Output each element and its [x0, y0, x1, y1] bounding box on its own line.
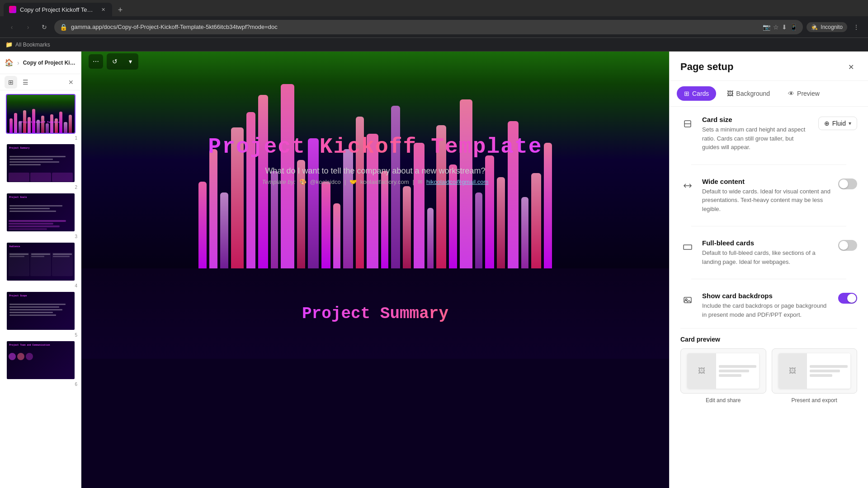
- slide1-title: Project Kickoff Template: [208, 135, 542, 159]
- redo-action-button[interactable]: ▾: [123, 54, 137, 69]
- divider-1: [691, 164, 846, 165]
- tab-favicon: [9, 6, 16, 13]
- star-icon[interactable]: ☆: [773, 23, 779, 31]
- tab-background[interactable]: 🖼 Background: [720, 86, 777, 101]
- address-text: gamma.app/docs/Copy-of-Project-Kickoff-T…: [71, 23, 759, 30]
- card-preview-edit: 🖼 Edit and share: [680, 348, 766, 404]
- slide1-email[interactable]: hikoolaidco@gmail.com: [426, 178, 488, 185]
- home-icon[interactable]: 🏠: [5, 58, 14, 67]
- card-preview-edit-label: Edit and share: [706, 397, 741, 404]
- slide-2: Project Summary: [81, 268, 669, 359]
- close-sidebar-button[interactable]: ✕: [66, 77, 76, 88]
- card-preview-present: 🖼 Present and export: [772, 348, 858, 404]
- line-full: [719, 365, 757, 368]
- card-preview-edit-box: 🖼: [680, 348, 766, 394]
- incognito-icon: 🕵: [811, 24, 818, 30]
- tab-background-label: Background: [736, 90, 770, 97]
- breadcrumb-separator: ›: [17, 59, 19, 66]
- wide-content-title: Wide content: [702, 178, 831, 185]
- wide-content-toggle[interactable]: [838, 178, 857, 189]
- card-preview-present-box: 🖼: [772, 348, 858, 394]
- sidebar-project-title: Copy of Project Kickoff Template: [23, 60, 76, 66]
- card-preview-present-lines: [807, 353, 850, 389]
- back-button[interactable]: ‹: [5, 21, 18, 33]
- divider-3: [691, 279, 846, 279]
- slide1-sep1: |: [344, 178, 346, 185]
- slide-thumbnail-image-1: Project Kickoff Template: [6, 94, 75, 134]
- slide-thumbnail-image-3: Project Goals: [6, 192, 75, 232]
- slide1-website: koolaidfactory.com: [360, 178, 409, 185]
- slide-options-button[interactable]: ⋯: [89, 54, 103, 69]
- panel-title: Page setup: [680, 61, 733, 73]
- incognito-button[interactable]: 🕵 Incognito: [807, 22, 847, 32]
- panel-close-button[interactable]: ✕: [844, 61, 857, 73]
- device-icon[interactable]: 📱: [790, 23, 797, 31]
- line-med: [719, 370, 749, 372]
- new-tab-button[interactable]: +: [114, 4, 127, 16]
- image-placeholder-icon-2: 🖼: [789, 367, 796, 375]
- tab-close-button[interactable]: ✕: [99, 6, 107, 13]
- slide1-website-icon: 🤝: [349, 178, 357, 185]
- line-full-2: [810, 365, 848, 368]
- tab-preview[interactable]: 👁 Preview: [781, 86, 827, 101]
- slide1-handle-icon: 🎨: [299, 178, 307, 185]
- card-preview-edit-lines: [716, 353, 760, 389]
- card-size-dropdown[interactable]: ⊕ Fluid ▾: [818, 117, 857, 130]
- card-size-control: ⊕ Fluid ▾: [818, 117, 857, 130]
- card-size-setting: Card size Sets a minimum card height and…: [680, 116, 857, 152]
- slides-container: Project Kickoff Template What do I want …: [81, 52, 669, 488]
- more-options-button[interactable]: ⋮: [850, 21, 863, 33]
- browser-tab-active[interactable]: Copy of Project Kickoff Templa... ✕: [4, 3, 112, 16]
- wide-content-info: Wide content Default to wide cards. Idea…: [702, 178, 831, 214]
- tab-preview-label: Preview: [797, 90, 820, 97]
- sidebar-header: 🏠 › Copy of Project Kickoff Template: [0, 52, 81, 74]
- undo-action-button[interactable]: ↺: [108, 54, 122, 69]
- slide-thumb-1[interactable]: Project Kickoff Template 1: [3, 94, 78, 141]
- tab-preview-icon: 👁: [788, 90, 794, 97]
- tab-cards[interactable]: ⊞ Cards: [677, 86, 716, 101]
- slide-number-2: 2: [75, 185, 77, 190]
- tab-bar: Copy of Project Kickoff Templa... ✕ +: [0, 0, 868, 16]
- card-size-desc: Sets a minimum card height and aspect ra…: [702, 125, 811, 152]
- show-backdrops-toggle[interactable]: [838, 293, 857, 304]
- card-size-title: Card size: [702, 116, 811, 123]
- download-icon[interactable]: ⬇: [782, 23, 787, 31]
- address-bar[interactable]: 🔒 gamma.app/docs/Copy-of-Project-Kickoff…: [54, 20, 803, 34]
- incognito-label: Incognito: [821, 24, 843, 30]
- full-bleed-icon: [680, 240, 695, 254]
- grid-view-button[interactable]: ⊞: [5, 76, 17, 89]
- slide-thumbnail-image-5: Project Scope: [6, 291, 75, 331]
- line-short: [719, 374, 741, 377]
- show-backdrops-toggle-thumb: [847, 294, 856, 303]
- wide-content-control: [838, 178, 857, 189]
- show-backdrops-control: [838, 293, 857, 304]
- full-bleed-toggle[interactable]: [838, 240, 857, 251]
- card-previews: 🖼 Edit and share: [680, 348, 857, 404]
- card-preview-present-img: 🖼: [778, 353, 807, 389]
- show-backdrops-icon: [680, 293, 695, 307]
- full-bleed-desc: Default to full-bleed cards, like sectio…: [702, 249, 831, 266]
- right-panel: Page setup ✕ ⊞ Cards 🖼 Background 👁 Prev…: [669, 52, 868, 488]
- slide1-meta: Template by: 🎨 @koolaidco | 🤝 koolaidfac…: [208, 178, 542, 185]
- slide-thumb-4[interactable]: Audience: [3, 242, 78, 288]
- slide-thumbnail-image-6: Project Team and Communication: [6, 340, 75, 380]
- slide-number-5: 5: [75, 333, 77, 338]
- slide-thumb-3[interactable]: Project Goals 3: [3, 192, 78, 239]
- slides-list: Project Kickoff Template 1 Project Summa…: [0, 90, 81, 488]
- card-preview-label: Card preview: [680, 336, 857, 343]
- reload-button[interactable]: ↻: [38, 21, 51, 33]
- full-bleed-setting: Full-bleed cards Default to full-bleed c…: [680, 239, 857, 266]
- slide1-content: Project Kickoff Template What do I want …: [181, 135, 569, 185]
- wide-content-icon: [680, 178, 695, 193]
- slide-thumb-6[interactable]: Project Team and Communication 6: [3, 340, 78, 387]
- forward-button[interactable]: ›: [22, 21, 34, 33]
- slide-thumb-2[interactable]: Project Summary: [3, 143, 78, 190]
- show-backdrops-title: Show card backdrops: [702, 292, 831, 300]
- image-placeholder-icon: 🖼: [698, 367, 705, 375]
- full-bleed-info: Full-bleed cards Default to full-bleed c…: [702, 239, 831, 266]
- slide-thumb-5[interactable]: Project Scope 5: [3, 291, 78, 338]
- list-view-button[interactable]: ☰: [19, 76, 32, 89]
- slide1-email-icon: ✉: [418, 178, 423, 185]
- tab-background-icon: 🖼: [727, 90, 733, 97]
- browser-window: Copy of Project Kickoff Templa... ✕ + ‹ …: [0, 0, 868, 52]
